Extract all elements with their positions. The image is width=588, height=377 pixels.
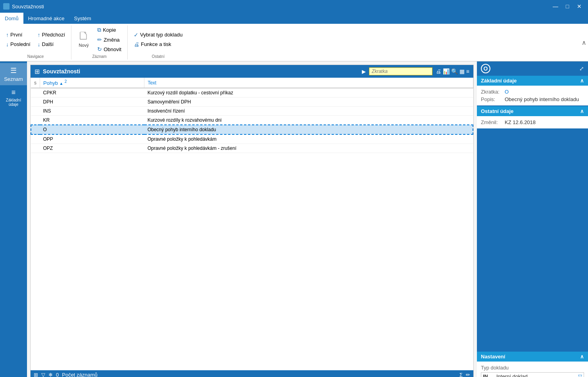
btn-novy-label: Nový xyxy=(79,43,89,48)
print-icon: 🖨 xyxy=(134,41,139,48)
table-row[interactable]: CPKR Kurzový rozdíl doplatku - cestovní … xyxy=(31,88,473,98)
sidebar-item-seznam[interactable]: ☰ Seznam xyxy=(0,63,27,85)
menu-item-domu[interactable]: Domů xyxy=(0,13,23,24)
table-row[interactable]: KR Kurzové rozdíly k rozvahovému dni xyxy=(31,116,473,125)
list-header: ⊞ Souvztažnosti ▶ 🖨 📊 🔍 ▦ ≡ xyxy=(31,65,473,78)
ribbon-group-navigace: ↑ První ↓ Poslední ↑ Předchozí ↓ xyxy=(0,25,71,59)
footer-grid-icon[interactable]: ⊞ xyxy=(34,372,38,377)
nastaveni-typ-label-row: Typ dokladu xyxy=(481,364,584,371)
list-icon-header: ⊞ xyxy=(35,68,40,75)
cell-text: Insolvenční řízení xyxy=(144,107,473,116)
grid-icon[interactable]: ▦ xyxy=(459,68,465,75)
collapse-nastaveni-icon[interactable]: ∧ xyxy=(580,354,584,360)
cell-s xyxy=(31,98,40,107)
data-table: s Pohyb ▲ 2 Text CPKR Kurzový rozdíl dop… xyxy=(31,78,473,153)
sort-num-pohyb: 2 xyxy=(65,79,67,84)
section-nastaveni: Nastavení ∧ Typ dokladu IN Interní dokla… xyxy=(477,352,588,377)
search-header-icon[interactable]: 🔍 xyxy=(451,68,458,75)
col-header-s: s xyxy=(31,78,40,88)
close-button[interactable]: ✕ xyxy=(574,1,585,12)
sidebar-item-zakladni-udaje[interactable]: ≡ Základníúdaje xyxy=(0,85,27,110)
btn-vybrat-typ[interactable]: ✓ Vybrat typ dokladu xyxy=(131,31,185,39)
main-layout: ☰ Seznam ≡ Základníúdaje ⊞ Souvztažnosti… xyxy=(0,61,588,377)
footer-edit-icon[interactable]: ✏ xyxy=(466,372,470,377)
btn-obnovit[interactable]: ↻ Obnovit xyxy=(94,45,124,54)
cell-text: Samovyměření DPH xyxy=(144,98,473,107)
footer-sum-icon[interactable]: Σ xyxy=(459,372,463,377)
section-zakladni-udaje: Základní údaje ∧ Zkratka: O Popis: Obecn… xyxy=(477,76,588,105)
ribbon-group-label-navigace: Navigace xyxy=(27,54,44,59)
table-row[interactable]: OPZ Opravné položky k pohledávkám - zruš… xyxy=(31,144,473,153)
table-row[interactable]: DPH Samovyměření DPH xyxy=(31,98,473,107)
btn-prvni[interactable]: ↑ První xyxy=(3,31,33,39)
footer-snowflake-icon[interactable]: ❄ xyxy=(48,372,53,377)
cell-pohyb: KR xyxy=(40,116,144,125)
btn-posledni[interactable]: ↓ Poslední xyxy=(3,40,33,49)
btn-kopie[interactable]: ⧉ Kopie xyxy=(94,25,124,34)
new-doc-icon xyxy=(78,32,89,43)
copy-icon: ⧉ xyxy=(97,27,101,33)
cell-text: Kurzové rozdíly k rozvahovému dni xyxy=(144,116,473,125)
up2-icon: ↑ xyxy=(38,32,40,38)
menu-item-hromadne[interactable]: Hromadné akce xyxy=(23,13,69,24)
cell-s xyxy=(31,134,40,144)
list-icon: ☰ xyxy=(10,66,17,75)
right-panel-header: O ⤢ xyxy=(477,61,588,76)
cell-pohyb: INS xyxy=(40,107,144,116)
table-row[interactable]: INS Insolvenční řízení xyxy=(31,107,473,116)
field-zmenil: Změnil: KZ 12.6.2018 xyxy=(481,119,584,126)
table-row[interactable]: OPP Opravné položky k pohledávkám xyxy=(31,134,473,144)
form-icon: ≡ xyxy=(12,88,16,97)
minimize-button[interactable]: — xyxy=(550,1,561,12)
record-circle: O xyxy=(481,64,490,73)
arrow-icon: ▶ xyxy=(362,69,366,75)
list-header-icons: 🖨 📊 🔍 ▦ ≡ xyxy=(436,68,469,75)
titlebar-left: Souvztažnosti xyxy=(3,3,44,10)
btn-predchozi[interactable]: ↑ Předchozí xyxy=(35,31,68,39)
expand-icon[interactable]: ⤢ xyxy=(579,65,584,72)
down2-icon: ↓ xyxy=(38,41,40,48)
col-header-text: Text xyxy=(144,78,473,88)
collapse-ostatni-icon[interactable]: ∧ xyxy=(580,108,584,114)
search-input[interactable] xyxy=(369,67,432,75)
menubar: Domů Hromadné akce Systém xyxy=(0,13,588,24)
table-row[interactable]: O Obecný pohyb interního dokladu xyxy=(31,125,473,134)
section-ostatni-header: Ostatní údaje ∧ xyxy=(477,106,588,116)
btn-zmena[interactable]: ✏ Změna xyxy=(94,35,124,44)
list-title: Souvztažnosti xyxy=(43,68,359,75)
right-spacer xyxy=(477,128,588,352)
footer-filter-count: 0 xyxy=(56,372,59,377)
cell-pohyb: CPKR xyxy=(40,88,144,98)
nastaveni-typ-field[interactable]: IN Interní doklad ▽ xyxy=(481,372,584,377)
col-header-pohyb[interactable]: Pohyb ▲ 2 xyxy=(40,78,144,88)
btn-dalsi[interactable]: ↓ Další xyxy=(35,40,68,49)
menu-icon[interactable]: ≡ xyxy=(466,68,469,75)
collapse-zakladni-icon[interactable]: ∧ xyxy=(580,78,584,84)
menu-item-system[interactable]: Systém xyxy=(69,13,96,24)
chart-icon[interactable]: 📊 xyxy=(443,68,450,75)
list-panel: ⊞ Souvztažnosti ▶ 🖨 📊 🔍 ▦ ≡ s xyxy=(30,65,474,377)
cell-text: Obecný pohyb interního dokladu xyxy=(144,125,473,134)
app-icon xyxy=(3,3,10,10)
print-header-icon[interactable]: 🖨 xyxy=(436,68,441,75)
ribbon-group-zaznam: Nový ⧉ Kopie ✏ Změna ↻ Obnovit xyxy=(71,25,128,59)
cell-s xyxy=(31,88,40,98)
nav-col-2: ↑ Předchozí ↓ Další xyxy=(35,31,68,49)
edit-icon: ✏ xyxy=(97,36,102,43)
btn-novy[interactable]: Nový xyxy=(75,30,93,50)
ribbon-collapse-button[interactable]: ∧ xyxy=(582,39,586,46)
cell-pohyb: DPH xyxy=(40,98,144,107)
titlebar-controls: — □ ✕ xyxy=(550,1,585,12)
footer-filter-icon[interactable]: ▽ xyxy=(41,372,45,377)
dropdown-icon[interactable]: ▽ xyxy=(578,373,582,377)
btn-funkce-tisk[interactable]: 🖨 Funkce a tisk xyxy=(131,40,185,49)
maximize-button[interactable]: □ xyxy=(562,1,573,12)
section-zakladni-content: Zkratka: O Popis: Obecný pohyb interního… xyxy=(477,86,588,105)
down-icon: ↓ xyxy=(6,41,9,48)
field-popis: Popis: Obecný pohyb interního dokladu xyxy=(481,96,584,103)
cell-s xyxy=(31,116,40,125)
ribbon-group-ostatni: ✓ Vybrat typ dokladu 🖨 Funkce a tisk Ost… xyxy=(128,25,188,59)
cell-text: Opravné položky k pohledávkám xyxy=(144,134,473,144)
cell-s xyxy=(31,125,40,134)
content-area: ⊞ Souvztažnosti ▶ 🖨 📊 🔍 ▦ ≡ s xyxy=(27,61,477,377)
